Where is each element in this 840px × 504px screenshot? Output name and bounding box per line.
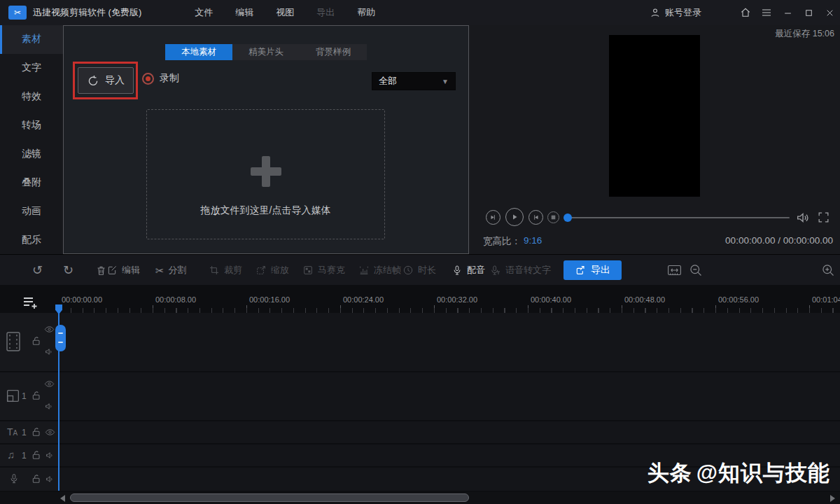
eye-icon[interactable] [44,325,55,334]
volume-button[interactable] [795,210,811,225]
ruler-label: 00:01:04 [812,295,840,304]
menu-item-view[interactable]: 视图 [265,0,305,25]
watermark-brand: 头条 [648,461,692,485]
sidebar-item-filters[interactable]: 滤镜 [0,140,63,169]
lock-icon[interactable] [31,426,42,438]
film-icon [6,331,21,352]
record-button-label: 录制 [160,72,179,85]
zoom-in-button[interactable] [821,255,835,286]
aspect-ratio-label: 宽高比： [483,235,521,248]
main-menu-button[interactable] [756,0,777,25]
seek-slider[interactable] [564,217,790,218]
play-button[interactable] [505,208,524,226]
tab-intro-templates[interactable]: 精美片头 [232,44,300,60]
mic-icon [8,472,20,485]
ruler-label: 00:00:56.00 [718,295,759,304]
tab-background-samples[interactable]: 背景样例 [300,44,367,60]
add-track-button[interactable] [21,294,38,311]
stop-button[interactable] [547,211,559,223]
lock-icon[interactable] [31,390,42,401]
undo-button[interactable]: ↺ [32,255,43,286]
edit-button[interactable]: 编辑 [106,255,140,286]
speaker-icon[interactable] [44,346,55,357]
lock-icon[interactable] [31,473,42,484]
scrollbar-left-arrow[interactable] [60,495,65,502]
account-login-button[interactable]: 账号登录 [650,6,701,19]
ruler-label: 00:00:00.00 [62,295,102,304]
speaker-icon[interactable] [44,401,55,412]
track-text-header: TA 1 [0,421,59,443]
record-button[interactable]: 录制 [142,72,179,85]
home-button[interactable] [735,0,756,25]
zoom-in-icon [821,263,835,277]
track-count: 1 [22,391,27,401]
ruler-minor-ticks [59,308,840,313]
voiceover-button[interactable]: 配音 [451,255,485,286]
scrollbar-right-arrow[interactable] [830,495,835,502]
sidebar-item-animation[interactable]: 动画 [0,197,63,225]
text-track-icon: TA [7,426,18,438]
close-button[interactable] [819,0,840,25]
track-text[interactable]: TA 1 [0,421,840,443]
voiceover-button-label: 配音 [467,264,485,276]
sidebar-item-transitions[interactable]: 转场 [0,111,63,140]
seek-slider-thumb[interactable] [564,214,572,222]
app-window: ✂ 迅捷视频剪辑软件 (免费版) 文件 编辑 视图 导出 帮助 账号登录 [0,0,840,504]
fit-timeline-button[interactable] [667,255,682,286]
lock-icon[interactable] [31,449,42,461]
maximize-icon [804,8,813,18]
ruler-label: 00:00:08.00 [155,295,196,304]
ruler-label: 00:00:48.00 [624,295,665,304]
eye-icon[interactable] [45,428,55,437]
stop-icon [551,215,556,220]
sidebar-item-text[interactable]: 文字 [0,54,63,83]
crop-button-label: 裁剪 [224,264,242,276]
media-dropzone[interactable]: 拖放文件到这里/点击导入媒体 [146,109,385,239]
zoom-out-button[interactable] [689,255,703,286]
scrollbar-thumb[interactable] [70,493,469,502]
speaker-icon[interactable] [45,450,55,461]
sidebar-item-music[interactable]: 配乐 [0,225,63,254]
playhead-handle[interactable] [55,325,66,351]
prev-frame-button[interactable] [486,210,500,225]
filter-dropdown-value: 全部 [379,75,442,88]
redo-button[interactable]: ↻ [63,255,74,286]
duration-button: 时长 [402,255,436,286]
filter-dropdown[interactable]: 全部 ▼ [372,72,456,90]
mosaic-icon [302,265,314,276]
lock-icon[interactable] [31,335,42,346]
maximize-button[interactable] [798,0,819,25]
app-title: 迅捷视频剪辑软件 (免费版) [33,6,141,19]
track-pip-header: 1 [0,372,59,420]
sidebar-item-effects[interactable]: 特效 [0,83,63,111]
add-track-icon [21,294,38,311]
sidebar-item-material[interactable]: 素材 [0,25,63,54]
fullscreen-button[interactable] [817,211,830,224]
menu-item-file[interactable]: 文件 [183,0,224,25]
mosaic-button: 马赛克 [302,255,345,286]
minimize-button[interactable] [777,0,798,25]
delete-button[interactable] [95,255,107,286]
edit-toolbar: ↺ ↻ 编辑 ✂ 分割 裁剪 缩放 马赛克 冻结帧 [0,254,840,285]
horizontal-scrollbar[interactable] [0,492,840,504]
tab-local-media[interactable]: 本地素材 [165,44,232,60]
split-button[interactable]: ✂ 分割 [155,255,187,286]
speaker-icon[interactable] [45,474,55,484]
menu-item-edit[interactable]: 编辑 [224,0,265,25]
eye-icon[interactable] [44,379,55,388]
speech-to-text-icon [490,265,501,276]
edit-pencil-icon [106,265,118,276]
track-pip[interactable]: 1 [0,372,840,420]
scissors-icon: ✂ [155,265,164,276]
next-frame-button[interactable] [528,210,543,225]
aspect-ratio-value[interactable]: 9:16 [524,235,542,248]
export-button[interactable]: 导出 [564,260,622,280]
ruler-label: 00:00:40.00 [531,295,571,304]
titlebar: ✂ 迅捷视频剪辑软件 (免费版) 文件 编辑 视图 导出 帮助 账号登录 [0,0,840,25]
menu-item-help[interactable]: 帮助 [346,0,386,25]
redo-icon: ↻ [63,264,74,276]
preview-panel: 最近保存 15:06 宽高比： 9:16 00:00:00.00 / 00:00… [469,25,840,254]
prev-frame-icon [489,214,497,221]
sidebar-item-overlays[interactable]: 叠附 [0,168,63,197]
track-video[interactable] [0,313,840,371]
